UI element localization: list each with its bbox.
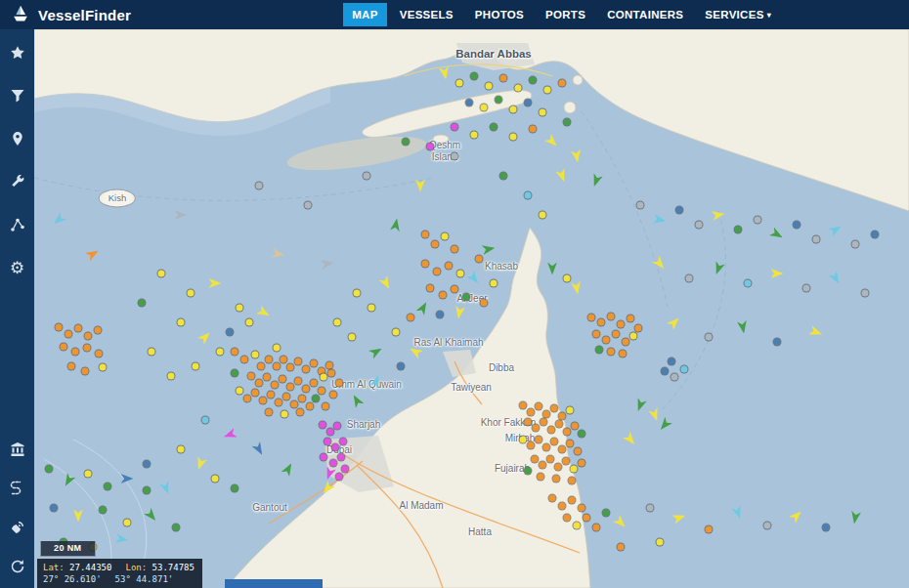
vessel-marker-circle[interactable]: [124, 520, 131, 526]
vessel-marker-arrow[interactable]: [255, 304, 273, 321]
vessel-marker-circle[interactable]: [237, 388, 243, 395]
vessel-marker-circle[interactable]: [51, 505, 58, 512]
vessel-marker-circle[interactable]: [510, 134, 517, 141]
vessel-marker-circle[interactable]: [305, 202, 312, 209]
vessel-marker-circle[interactable]: [320, 422, 326, 429]
vessel-marker-circle[interactable]: [252, 390, 259, 397]
vessel-marker-circle[interactable]: [303, 366, 310, 373]
vessel-marker-circle[interactable]: [496, 97, 502, 104]
vessel-marker-circle[interactable]: [65, 331, 72, 338]
vessel-marker-circle[interactable]: [256, 380, 263, 387]
vessel-marker-circle[interactable]: [232, 485, 238, 492]
vessel-marker-arrow[interactable]: [319, 480, 336, 497]
vessel-marker-circle[interactable]: [671, 374, 678, 381]
vessel-marker-circle[interactable]: [563, 458, 570, 465]
vessel-marker-circle[interactable]: [525, 468, 532, 475]
vessel-marker-arrow[interactable]: [452, 305, 466, 319]
vessel-marker-circle[interactable]: [95, 327, 102, 334]
vessel-marker-circle[interactable]: [620, 351, 627, 357]
vessel-marker-circle[interactable]: [330, 460, 337, 467]
vessel-marker-circle[interactable]: [466, 100, 473, 106]
vessel-marker-circle[interactable]: [188, 290, 195, 297]
vessel-marker-arrow[interactable]: [175, 209, 188, 222]
vessel-marker-circle[interactable]: [618, 544, 625, 551]
vessel-marker-circle[interactable]: [657, 539, 664, 546]
vessel-marker-circle[interactable]: [544, 87, 551, 94]
vesselfinder-logo-icon[interactable]: [10, 4, 31, 25]
vessel-marker-circle[interactable]: [272, 382, 279, 389]
vessel-marker-circle[interactable]: [158, 271, 165, 277]
vessel-marker-circle[interactable]: [287, 364, 294, 371]
vessel-marker-circle[interactable]: [618, 321, 625, 328]
vessel-marker-circle[interactable]: [422, 261, 429, 268]
vessel-marker-circle[interactable]: [559, 80, 566, 87]
vessel-marker-circle[interactable]: [105, 483, 111, 490]
route-planner-button[interactable]: [8, 215, 27, 234]
vessel-marker-circle[interactable]: [393, 329, 400, 336]
vessel-marker-circle[interactable]: [608, 314, 615, 320]
vessel-marker-circle[interactable]: [555, 464, 562, 471]
vessel-marker-circle[interactable]: [217, 349, 224, 356]
vessel-marker-circle[interactable]: [862, 290, 869, 297]
vessel-marker-circle[interactable]: [295, 358, 302, 365]
vessel-marker-circle[interactable]: [628, 315, 634, 322]
vessel-marker-circle[interactable]: [575, 448, 582, 455]
vessel-marker-circle[interactable]: [686, 275, 693, 282]
vessel-marker-circle[interactable]: [559, 413, 566, 420]
vessel-marker-arrow[interactable]: [554, 168, 571, 185]
vessel-marker-circle[interactable]: [149, 349, 155, 356]
vessel-marker-circle[interactable]: [637, 202, 644, 209]
vessel-marker-circle[interactable]: [463, 294, 470, 301]
vessel-marker-circle[interactable]: [336, 474, 343, 481]
vessel-marker-circle[interactable]: [635, 325, 642, 332]
vessel-marker-circle[interactable]: [564, 119, 571, 126]
vessel-marker-circle[interactable]: [551, 405, 558, 412]
vessel-marker-circle[interactable]: [528, 442, 535, 449]
vessel-marker-circle[interactable]: [669, 358, 675, 365]
vessel-marker-circle[interactable]: [662, 368, 669, 375]
vessel-marker-circle[interactable]: [571, 466, 578, 473]
vessel-marker-circle[interactable]: [313, 396, 320, 402]
vessel-marker-circle[interactable]: [540, 109, 546, 116]
vessel-marker-circle[interactable]: [212, 476, 219, 483]
settings-button[interactable]: ⚙: [8, 258, 27, 277]
vessel-marker-circle[interactable]: [559, 446, 566, 453]
vessel-marker-circle[interactable]: [681, 366, 688, 373]
vessel-marker-arrow[interactable]: [222, 427, 238, 443]
vessel-marker-circle[interactable]: [549, 495, 556, 502]
vessel-marker-circle[interactable]: [283, 394, 290, 400]
vessel-marker-circle[interactable]: [100, 507, 107, 514]
vessel-marker-circle[interactable]: [299, 396, 306, 402]
vessel-marker-arrow[interactable]: [465, 270, 483, 287]
nav-item-ports[interactable]: PORTS: [537, 3, 594, 26]
vessel-marker-circle[interactable]: [559, 503, 566, 510]
vessel-marker-circle[interactable]: [266, 409, 273, 416]
vessel-marker-circle[interactable]: [564, 429, 571, 436]
vessel-marker-circle[interactable]: [252, 352, 259, 358]
vessel-marker-circle[interactable]: [96, 351, 103, 357]
vessel-marker-circle[interactable]: [84, 345, 91, 352]
vessel-marker-circle[interactable]: [491, 280, 498, 287]
vessel-marker-circle[interactable]: [551, 439, 558, 445]
vessel-marker-arrow[interactable]: [827, 221, 844, 238]
vessel-marker-circle[interactable]: [564, 515, 571, 522]
vessel-marker-circle[interactable]: [327, 429, 334, 436]
vessel-marker-circle[interactable]: [334, 423, 341, 430]
vessel-marker-circle[interactable]: [258, 363, 265, 370]
vessel-marker-circle[interactable]: [193, 363, 199, 370]
vessel-marker-circle[interactable]: [178, 319, 185, 326]
vessel-marker-arrow[interactable]: [651, 255, 669, 273]
vessel-marker-circle[interactable]: [260, 398, 267, 404]
track-layer-button[interactable]: [8, 479, 27, 498]
vessel-marker-circle[interactable]: [852, 241, 859, 248]
vessel-marker-arrow[interactable]: [60, 472, 77, 489]
vessel-marker-circle[interactable]: [274, 345, 281, 352]
favorites-button[interactable]: [8, 43, 27, 63]
vessel-marker-circle[interactable]: [520, 402, 527, 409]
vessel-marker-circle[interactable]: [813, 236, 820, 243]
vessel-marker-circle[interactable]: [334, 319, 341, 326]
vessel-marker-arrow[interactable]: [280, 460, 297, 478]
vessel-marker-circle[interactable]: [491, 124, 498, 131]
vessel-marker-circle[interactable]: [85, 333, 92, 340]
vessel-marker-circle[interactable]: [456, 80, 463, 87]
